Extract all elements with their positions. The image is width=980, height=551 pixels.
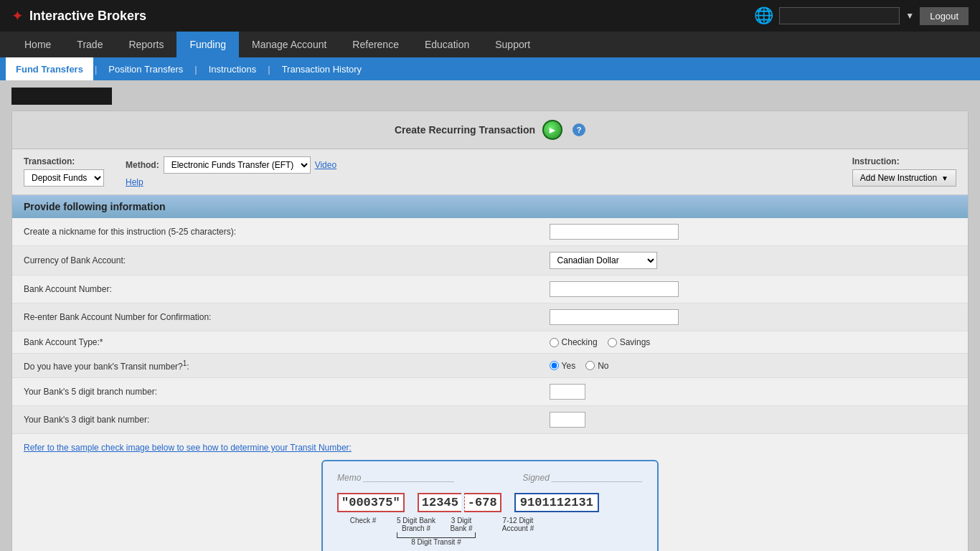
- check-numbers: "000375" 12345 -678 9101112131: [337, 493, 643, 512]
- bank-account-input[interactable]: [550, 281, 679, 297]
- check-label-check: Check #: [337, 517, 389, 524]
- account-type-radio-group: Checking Savings: [550, 337, 956, 347]
- check-account-box: 9101112131: [514, 493, 599, 512]
- nav-funding[interactable]: Funding: [176, 32, 239, 57]
- nav-reference[interactable]: Reference: [339, 32, 412, 57]
- account-dropdown-arrow[interactable]: ▼: [905, 11, 914, 21]
- reenter-row: Re-enter Bank Account Number for Confirm…: [12, 303, 968, 331]
- check-signed: Signed ___________________: [522, 473, 643, 483]
- nickname-row: Create a nickname for this instruction (…: [12, 218, 968, 246]
- method-label: Method:: [126, 160, 159, 170]
- subnav-sep-2: |: [193, 64, 198, 75]
- currency-select[interactable]: Canadian Dollar US Dollar: [550, 252, 657, 269]
- savings-label: Savings: [620, 337, 651, 347]
- check-labels: Check # 5 Digit Bank Branch # 3 Digit Ba…: [337, 517, 643, 546]
- logout-button[interactable]: Logout: [920, 7, 969, 25]
- check-sep2: [504, 496, 512, 509]
- transit-no-radio[interactable]: [585, 361, 595, 370]
- check-label-3digit: 3 Digit Bank #: [445, 517, 478, 532]
- recurring-button[interactable]: ►: [542, 120, 562, 140]
- reenter-input[interactable]: [550, 309, 679, 325]
- bank-account-label: Bank Account Number:: [12, 276, 538, 303]
- subnav-sep-3: |: [266, 64, 271, 75]
- nickname-cell: [538, 218, 968, 246]
- recurring-label: Create Recurring Transaction: [395, 124, 535, 136]
- transit-yes-radio[interactable]: [550, 361, 559, 370]
- method-group: Method: Electronic Funds Transfer (EFT) …: [126, 156, 336, 187]
- transit-yes-option[interactable]: Yes: [550, 361, 576, 371]
- subnav-position-transfers[interactable]: Position Transfers: [98, 57, 193, 80]
- branch-number-row: Your Bank's 5 digit branch number:: [12, 378, 968, 406]
- transit-no-option[interactable]: No: [585, 361, 608, 371]
- account-type-label: Bank Account Type:*: [12, 331, 538, 354]
- bank-number-input[interactable]: [550, 412, 585, 428]
- method-select[interactable]: Electronic Funds Transfer (EFT): [164, 156, 311, 174]
- globe-icon: 🌐: [754, 6, 773, 25]
- bank-number-label: Your Bank's 3 digit bank number:: [12, 406, 538, 434]
- transit-radio-group: Yes No: [550, 361, 956, 371]
- transit-question-label: Do you have your bank's Transit number?1…: [12, 354, 538, 378]
- transit-note-link[interactable]: check image below to see how to determin…: [101, 443, 352, 453]
- nickname-input[interactable]: [550, 224, 679, 240]
- form-table: Create a nickname for this instruction (…: [12, 218, 968, 551]
- main-panel: Create Recurring Transaction ► ? Transac…: [11, 110, 969, 551]
- check-transit-branch: 12345: [422, 496, 458, 509]
- nav-reports[interactable]: Reports: [116, 32, 176, 57]
- bank-account-row: Bank Account Number:: [12, 276, 968, 303]
- savings-option[interactable]: Savings: [608, 337, 651, 347]
- transit-label-text: Do you have your bank's Transit number?: [24, 362, 183, 372]
- info-icon[interactable]: ?: [573, 123, 585, 136]
- check-label-712digit: 7-12 Digit Account #: [489, 517, 547, 532]
- instruction-dropdown-arrow: ▼: [941, 174, 948, 182]
- controls-row: Transaction: Deposit Funds Method: Elect…: [12, 149, 968, 195]
- transaction-label: Transaction:: [24, 156, 104, 166]
- subnav-transaction-history[interactable]: Transaction History: [272, 57, 372, 80]
- transit-labels-top: 5 Digit Bank Branch # 3 Digit Bank #: [395, 517, 478, 532]
- help-link[interactable]: Help: [126, 177, 143, 187]
- transit-question-row: Do you have your bank's Transit number?1…: [12, 354, 968, 378]
- check-memo: Memo ___________________: [337, 473, 454, 483]
- check-image-cell: Refer to the sample check image below to…: [12, 434, 968, 552]
- transaction-select[interactable]: Deposit Funds: [24, 169, 104, 187]
- nav-manage-account[interactable]: Manage Account: [239, 32, 339, 57]
- transit-note-before: Refer to the sample: [24, 443, 101, 453]
- checking-label: Checking: [562, 337, 598, 347]
- currency-row: Currency of Bank Account: Canadian Dolla…: [12, 246, 968, 276]
- account-type-row: Bank Account Type:* Checking Savings: [12, 331, 968, 354]
- sub-nav: Fund Transfers | Position Transfers | In…: [0, 57, 980, 80]
- instruction-label: Instruction:: [852, 156, 956, 166]
- subnav-sep-1: |: [93, 64, 98, 75]
- bank-number-row: Your Bank's 3 digit bank number:: [12, 406, 968, 434]
- recurring-bar: Create Recurring Transaction ► ?: [12, 111, 968, 149]
- transit-yes-label: Yes: [562, 361, 576, 371]
- nickname-label: Create a nickname for this instruction (…: [12, 218, 538, 246]
- nav-support[interactable]: Support: [482, 32, 543, 57]
- checking-option[interactable]: Checking: [550, 337, 598, 347]
- checking-radio[interactable]: [550, 338, 559, 347]
- instruction-btn-label: Add New Instruction: [860, 173, 937, 183]
- nav-home[interactable]: Home: [11, 32, 64, 57]
- currency-label: Currency of Bank Account:: [12, 246, 538, 276]
- video-link[interactable]: Video: [315, 160, 336, 170]
- transaction-group: Transaction: Deposit Funds: [24, 156, 104, 187]
- check-number-box: "000375": [337, 493, 405, 512]
- check-label-transit-group: 5 Digit Bank Branch # 3 Digit Bank # 8 D…: [395, 517, 478, 546]
- transit-question-cell: Yes No: [538, 354, 968, 378]
- bank-account-cell: [538, 276, 968, 303]
- check-transit-branch-box: 12345: [418, 493, 461, 512]
- subnav-fund-transfers[interactable]: Fund Transfers: [6, 57, 93, 80]
- bank-number-cell: [538, 406, 968, 434]
- branch-number-input[interactable]: [550, 384, 585, 400]
- content-area: Create Recurring Transaction ► ? Transac…: [0, 80, 980, 551]
- subnav-instructions[interactable]: Instructions: [199, 57, 266, 80]
- check-image-row: Refer to the sample check image below to…: [12, 434, 968, 552]
- add-instruction-button[interactable]: Add New Instruction ▼: [852, 169, 956, 187]
- check-diagram: Memo ___________________ Signed ________…: [321, 460, 659, 551]
- savings-radio[interactable]: [608, 338, 617, 347]
- ib-logo-icon: ✦: [11, 7, 24, 24]
- nav-trade[interactable]: Trade: [64, 32, 116, 57]
- account-input[interactable]: [779, 7, 900, 24]
- check-transit-sep: -678: [468, 496, 497, 509]
- logo-text: Interactive Brokers: [29, 9, 146, 24]
- nav-education[interactable]: Education: [412, 32, 482, 57]
